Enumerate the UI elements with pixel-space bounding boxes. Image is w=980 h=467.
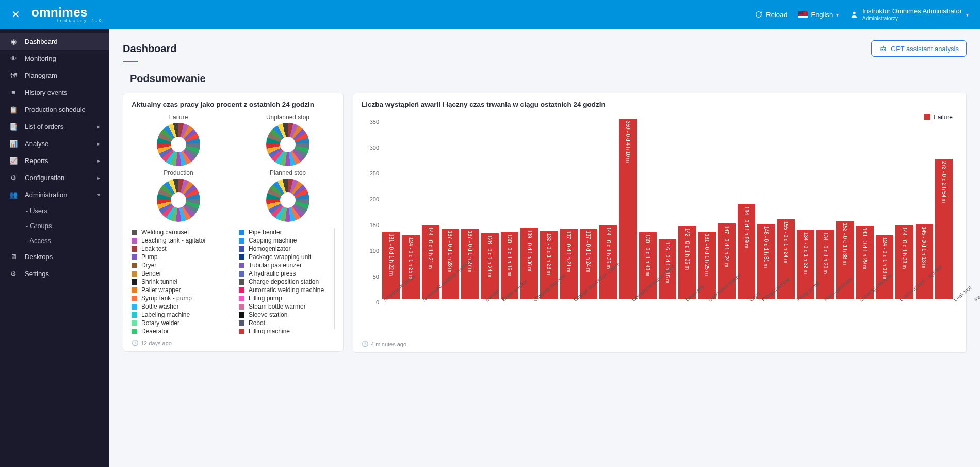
legend-item[interactable]: Automatic welding machine [239, 286, 335, 294]
sidebar-item-history-events[interactable]: ≡History events [0, 84, 109, 101]
bar-value-label: 131 - 0 d 1 h 22 m [388, 234, 394, 276]
bar[interactable]: 137 - 0 d 1 h 21 m [560, 229, 578, 299]
reload-label: Reload [766, 11, 787, 19]
sidebar-item-configuration[interactable]: ⚙Configuration▸ [0, 169, 109, 186]
sidebar-item-production-schedule[interactable]: 📋Production schedule [0, 101, 109, 118]
legend-item[interactable]: Filling pump [239, 294, 335, 302]
legend-item[interactable]: Rotary welder [132, 319, 227, 327]
sidebar-item-dashboard[interactable]: ◉Dashboard [0, 33, 109, 50]
bar[interactable]: 272 - 0 d 2 h 54 m [935, 159, 953, 299]
sidebar-subitem[interactable]: - Groups [0, 218, 109, 233]
desktop-icon: 🖥 [9, 253, 18, 261]
legend-item[interactable]: Robot [239, 319, 335, 327]
sidebar-subitem[interactable]: - Access [0, 233, 109, 248]
legend-item[interactable]: Charge deposition station [239, 278, 335, 286]
language-selector[interactable]: English ▾ [798, 11, 839, 19]
sidebar-item-administration[interactable]: 👥Administration▾ [0, 186, 109, 203]
legend-swatch [239, 238, 244, 244]
legend-item[interactable]: Tubular pasteurizer [239, 261, 335, 269]
donut-chart-failure[interactable] [157, 123, 200, 166]
legend-item[interactable]: A hydraulic press [239, 269, 335, 278]
legend-text: Capping machine [249, 237, 297, 244]
legend-item[interactable]: Leak test [132, 245, 227, 253]
legend-text: Filling machine [249, 328, 290, 334]
legend-item[interactable]: Welding carousel [132, 228, 227, 236]
legend-swatch [239, 296, 244, 301]
reload-button[interactable]: Reload [755, 10, 787, 19]
legend-text: Dryer [141, 262, 156, 269]
legend-text: A hydraulic press [249, 270, 296, 277]
bar-value-label: 130 - 0 d 1 h 16 m [507, 234, 512, 276]
legend-item[interactable]: Syrup tank - pump [132, 294, 227, 302]
donut-chart-planned-stop[interactable] [266, 179, 309, 222]
legend-text: Leak test [141, 245, 167, 252]
legend-item[interactable]: Dryer [132, 261, 227, 269]
bar[interactable]: 124 - 0 d 1 h 19 m [876, 235, 893, 299]
bar[interactable]: 350 - 0 d 4 h 10 m [619, 119, 636, 299]
card-footer-time: 🕓 12 days ago [132, 340, 335, 346]
bar-value-label: 155 - 0 d 1 h 24 m [783, 221, 789, 263]
user-menu[interactable]: Instruktor Omnimes Administrator Adminis… [850, 8, 969, 21]
legend-item[interactable]: Pallet wrapper [132, 286, 227, 294]
sidebar-item-analyse[interactable]: 📊Analyse▸ [0, 135, 109, 152]
legend-item[interactable]: Pump [132, 253, 227, 261]
donut-chart-production[interactable] [157, 179, 200, 222]
bar-value-label: 144 - 0 d 1 h 35 m [606, 227, 611, 269]
bar-value-label: 272 - 0 d 2 h 54 m [941, 161, 947, 203]
legend-text: Charge deposition station [249, 278, 319, 285]
sidebar-item-label: Desktops [25, 253, 53, 261]
svg-point-2 [882, 49, 883, 49]
bar-value-label: 137 - 0 d 1 h 28 m [447, 231, 453, 272]
close-icon[interactable]: ✕ [11, 8, 20, 21]
sidebar-item-reports[interactable]: 📈Reports▸ [0, 152, 109, 169]
gpt-analysis-button[interactable]: GPT assistant analysis [871, 40, 967, 57]
chevron-down-icon: ▾ [97, 192, 100, 198]
legend-item[interactable]: Pipe bender [239, 228, 335, 236]
sidebar-item-label: Configuration [25, 174, 64, 182]
legend-item[interactable]: Deaerator [132, 327, 227, 334]
bar[interactable]: 144 - 0 d 1 h 35 m [599, 225, 617, 299]
sidebar-item-desktops[interactable]: 🖥Desktops [0, 248, 109, 265]
card-title: Aktualny czas pracy jako procent z ostat… [132, 101, 335, 108]
legend-item[interactable]: Bender [132, 269, 227, 278]
legend-item[interactable]: Bottle washer [132, 302, 227, 311]
legend-item[interactable]: Homogenizator [239, 245, 335, 253]
bar[interactable]: 137 - 0 d 1 h 28 m [442, 229, 459, 299]
x-label: Leak test [953, 285, 972, 303]
donut-label: Unplanned stop [266, 114, 309, 121]
bar-value-label: 134 - 0 d 1 h 32 m [803, 232, 809, 274]
sidebar-item-settings[interactable]: ⚙Settings [0, 265, 109, 282]
bar-value-label: 144 - 0 d 1 h 21 m [428, 227, 433, 269]
bar[interactable]: 142 - 0 d 1 h 35 m [678, 226, 696, 299]
sidebar-item-label: Dashboard [25, 38, 58, 45]
legend-item[interactable]: Steam bottle warmer [239, 302, 335, 311]
donut-label: Production [164, 169, 193, 176]
legend-item[interactable]: Filling machine [239, 327, 335, 334]
bar[interactable]: 134 - 0 d 1 h 20 m [816, 230, 834, 299]
logo[interactable]: omnimes industry 4.0 [31, 6, 103, 23]
bar[interactable]: 139 - 0 d 1 h 36 m [520, 228, 538, 299]
legend-item[interactable]: Labeling machine [132, 311, 227, 319]
donut-chart-unplanned-stop[interactable] [266, 123, 309, 166]
sidebar-item-monitoring[interactable]: 👁Monitoring [0, 50, 109, 67]
y-tick: 100 [370, 248, 379, 254]
bar-value-label: 350 - 0 d 4 h 10 m [625, 121, 631, 163]
bar[interactable]: 124 - 0 d 1 h 25 m [402, 235, 419, 299]
legend-item[interactable]: Sleeve station [239, 311, 335, 319]
legend-text: Labeling machine [141, 311, 190, 318]
sidebar-subitem[interactable]: - Users [0, 203, 109, 218]
legend-item[interactable]: Capping machine [239, 236, 335, 245]
chevron-down-icon: ▾ [966, 12, 969, 18]
bar-value-label: 145 - 0 d 1 h 13 m [921, 227, 927, 268]
sidebar-item-list-of-orders[interactable]: 📑List of orders▸ [0, 118, 109, 135]
legend-item[interactable]: Shrink tunnel [132, 278, 227, 286]
y-tick: 300 [370, 144, 379, 151]
bar[interactable]: 184 - 0 d 1 h 59 m [738, 204, 755, 299]
sidebar-item-planogram[interactable]: 🗺Planogram [0, 67, 109, 84]
legend-item[interactable]: Leaching tank - agitator [132, 236, 227, 245]
report-icon: 📈 [9, 157, 18, 165]
legend-text: Steam bottle warmer [249, 303, 306, 310]
legend-item[interactable]: Package wrapping unit [239, 253, 335, 261]
legend-scrollbar[interactable] [334, 228, 335, 329]
legend-text: Leaching tank - agitator [141, 237, 206, 244]
